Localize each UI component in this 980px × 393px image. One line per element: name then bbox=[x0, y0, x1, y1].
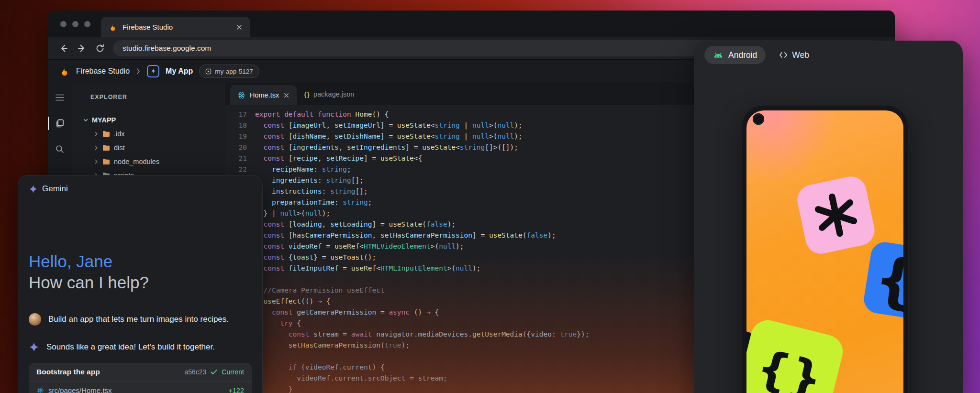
brand-title[interactable]: Firebase Studio bbox=[76, 67, 130, 76]
gemini-star-icon bbox=[29, 342, 39, 352]
tree-root-myapp[interactable]: MYAPP bbox=[72, 113, 225, 127]
tree-item-idx[interactable]: .idx bbox=[72, 127, 225, 141]
phone-mockup: { {} bbox=[741, 105, 909, 393]
platform-toggle: Android Web bbox=[704, 46, 809, 64]
project-id-badge[interactable]: my-app-5127 bbox=[199, 65, 259, 78]
window-controls bbox=[48, 21, 90, 27]
greeting-line2: How can I help? bbox=[29, 272, 149, 293]
chevron-right-icon bbox=[94, 145, 99, 150]
card-title: Bootstrap the app bbox=[36, 368, 180, 376]
window-minimize-button[interactable] bbox=[72, 21, 78, 27]
editor-tab-label: Home.tsx bbox=[250, 91, 279, 99]
commit-hash: a56c23 bbox=[184, 368, 206, 376]
sticker-green-braces: {} bbox=[746, 317, 846, 393]
sticker-pink-asterisk bbox=[794, 174, 877, 256]
tree-root-label: MYAPP bbox=[92, 116, 116, 124]
project-id-label: my-app-5127 bbox=[215, 68, 253, 75]
stage: Firebase Studio studio.firebase.google.c… bbox=[0, 0, 980, 393]
firebase-logo-icon bbox=[59, 66, 70, 76]
editor-tab-label: package.json bbox=[313, 90, 354, 98]
bootstrap-card-header[interactable]: Bootstrap the app a56c23 Current bbox=[29, 363, 252, 381]
folder-icon bbox=[102, 131, 110, 137]
search-icon bbox=[55, 144, 65, 154]
back-icon[interactable] bbox=[58, 43, 69, 54]
folder-icon bbox=[102, 158, 110, 165]
hamburger-icon bbox=[56, 94, 64, 101]
editor-tab-package-json[interactable]: { } package.json bbox=[297, 83, 361, 105]
changed-file-row[interactable]: src/pages/Home.tsx +122 bbox=[29, 381, 252, 393]
greeting-line1: Hello, Jane bbox=[29, 251, 149, 272]
folder-icon bbox=[102, 144, 110, 151]
window-maximize-button[interactable] bbox=[84, 21, 90, 27]
gemini-panel: Gemini Hello, Jane How can I help? Build… bbox=[18, 175, 263, 393]
browser-tab-title: Firebase Studio bbox=[122, 23, 231, 31]
sticker-blue-brace: { bbox=[862, 240, 903, 322]
user-message: Build an app that lets me turn images in… bbox=[48, 315, 229, 324]
search-activity-button[interactable] bbox=[48, 139, 72, 160]
menu-button[interactable] bbox=[48, 87, 72, 108]
phone-camera bbox=[753, 113, 764, 125]
forward-icon[interactable] bbox=[77, 43, 87, 54]
tree-item-node-modules[interactable]: node_modules bbox=[72, 154, 225, 168]
android-icon bbox=[713, 52, 724, 58]
diff-count: +122 bbox=[228, 387, 244, 393]
explorer-title: EXPLORER bbox=[72, 94, 225, 100]
project-id-icon bbox=[205, 68, 212, 75]
firebase-favicon-icon bbox=[109, 23, 117, 32]
web-toggle-button[interactable]: Web bbox=[779, 50, 809, 60]
android-toggle-button[interactable]: Android bbox=[704, 46, 766, 64]
status-badge: Current bbox=[222, 368, 244, 376]
gemini-title: Gemini bbox=[42, 184, 68, 194]
chevron-right-icon bbox=[94, 159, 99, 164]
asterisk-icon bbox=[807, 186, 865, 244]
chevron-down-icon bbox=[83, 118, 88, 122]
gemini-greeting: Hello, Jane How can I help? bbox=[29, 251, 149, 293]
phone-screen: { {} bbox=[746, 110, 903, 393]
bootstrap-card: Bootstrap the app a56c23 Current src/pag… bbox=[29, 363, 252, 393]
user-message-row: Build an app that lets me turn images in… bbox=[29, 313, 252, 326]
tab-close-icon[interactable] bbox=[236, 24, 243, 31]
check-icon bbox=[211, 369, 217, 375]
android-toggle-label: Android bbox=[728, 50, 757, 60]
code-icon bbox=[779, 51, 788, 59]
react-icon bbox=[36, 387, 44, 393]
file-tree: MYAPP .idx dist node bbox=[72, 113, 225, 182]
project-name[interactable]: My App bbox=[166, 67, 193, 76]
explorer-activity-button[interactable] bbox=[48, 113, 72, 134]
tab-close-icon[interactable] bbox=[283, 92, 290, 98]
window-close-button[interactable] bbox=[60, 21, 67, 27]
files-icon bbox=[55, 119, 65, 128]
device-preview-panel: Android Web { {} bbox=[694, 41, 963, 393]
refresh-icon[interactable] bbox=[95, 43, 105, 54]
tree-item-label: dist bbox=[114, 144, 125, 152]
gemini-star-icon bbox=[29, 185, 38, 194]
user-avatar bbox=[29, 313, 41, 326]
tree-item-label: .idx bbox=[114, 130, 125, 138]
breadcrumb-chevron-icon bbox=[136, 68, 141, 75]
browser-tab-firebase-studio[interactable]: Firebase Studio bbox=[101, 17, 250, 37]
chevron-right-icon bbox=[94, 131, 99, 136]
gemini-header: Gemini bbox=[29, 184, 68, 194]
project-icon bbox=[147, 65, 159, 77]
assistant-message-row: Sounds like a great idea! Let's build it… bbox=[29, 342, 252, 352]
tree-item-dist[interactable]: dist bbox=[72, 141, 225, 154]
browser-tab-strip: Firebase Studio bbox=[48, 11, 895, 37]
editor-tab-home-tsx[interactable]: Home.tsx bbox=[230, 85, 297, 105]
changed-file-path: src/pages/Home.tsx bbox=[48, 386, 224, 393]
assistant-message: Sounds like a great idea! Let's build it… bbox=[46, 342, 215, 352]
react-icon bbox=[237, 91, 245, 99]
braces-icon: { } bbox=[304, 91, 309, 98]
tree-item-label: node_modules bbox=[114, 158, 159, 165]
web-toggle-label: Web bbox=[792, 50, 809, 60]
url-text: studio.firebase.google.com bbox=[122, 44, 211, 53]
